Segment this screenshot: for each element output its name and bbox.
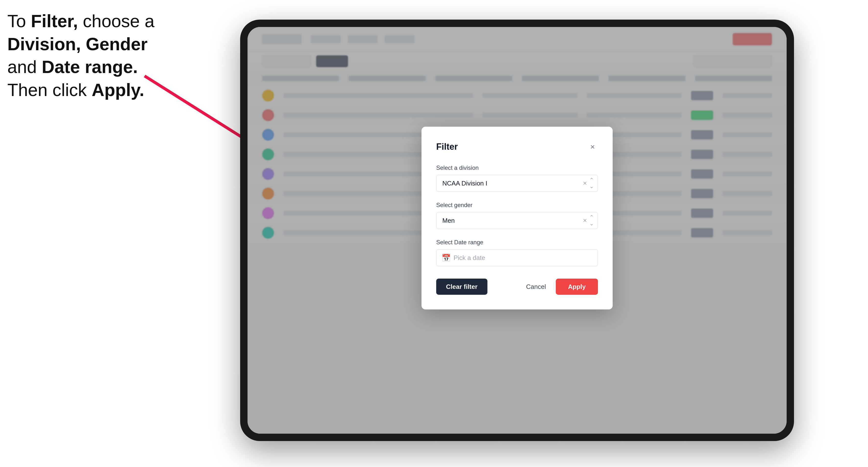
date-form-group: Select Date range 📅 Pick a date — [436, 239, 598, 266]
filter-modal: Filter × Select a division NCAA Division… — [422, 127, 613, 309]
modal-overlay: Filter × Select a division NCAA Division… — [248, 27, 787, 434]
cancel-button[interactable]: Cancel — [521, 283, 551, 290]
gender-select-icons: × ⌃⌄ — [583, 214, 594, 227]
division-select-wrapper[interactable]: NCAA Division I × ⌃⌄ — [436, 175, 598, 192]
modal-footer: Clear filter Cancel Apply — [436, 279, 598, 295]
calendar-icon: 📅 — [442, 254, 451, 262]
instruction-line4: Then click Apply. — [7, 80, 144, 100]
modal-close-button[interactable]: × — [587, 142, 598, 152]
instruction-line1: To Filter, choose a — [7, 11, 154, 31]
tablet-frame: Filter × Select a division NCAA Division… — [240, 20, 794, 441]
apply-button[interactable]: Apply — [556, 279, 598, 295]
date-label: Select Date range — [436, 239, 598, 246]
gender-clear-icon[interactable]: × — [583, 217, 587, 224]
gender-label: Select gender — [436, 201, 598, 209]
tablet-screen: Filter × Select a division NCAA Division… — [248, 27, 787, 434]
modal-header: Filter × — [436, 142, 598, 152]
division-form-group: Select a division NCAA Division I × ⌃⌄ — [436, 164, 598, 192]
date-placeholder: Pick a date — [454, 254, 485, 262]
date-input-wrapper[interactable]: 📅 Pick a date — [436, 249, 598, 266]
gender-value: Men — [442, 217, 455, 224]
gender-arrow-icon: ⌃⌄ — [589, 214, 594, 227]
division-clear-icon[interactable]: × — [583, 180, 587, 187]
division-select-icons: × ⌃⌄ — [583, 177, 594, 190]
division-value: NCAA Division I — [442, 180, 488, 187]
modal-footer-right: Cancel Apply — [521, 279, 598, 295]
instruction-bold-division-gender: Division, Gender — [7, 34, 148, 54]
instruction-line3: and Date range. — [7, 57, 138, 77]
division-select-display[interactable]: NCAA Division I × ⌃⌄ — [436, 175, 598, 192]
gender-form-group: Select gender Men × ⌃⌄ — [436, 201, 598, 229]
date-input[interactable]: Pick a date — [436, 249, 598, 266]
gender-select-display[interactable]: Men × ⌃⌄ — [436, 212, 598, 229]
gender-select-wrapper[interactable]: Men × ⌃⌄ — [436, 212, 598, 229]
division-label: Select a division — [436, 164, 598, 171]
modal-title: Filter — [436, 142, 458, 152]
division-arrow-icon: ⌃⌄ — [589, 177, 594, 190]
instruction-text: To Filter, choose a Division, Gender and… — [7, 10, 154, 101]
clear-filter-button[interactable]: Clear filter — [436, 279, 488, 295]
